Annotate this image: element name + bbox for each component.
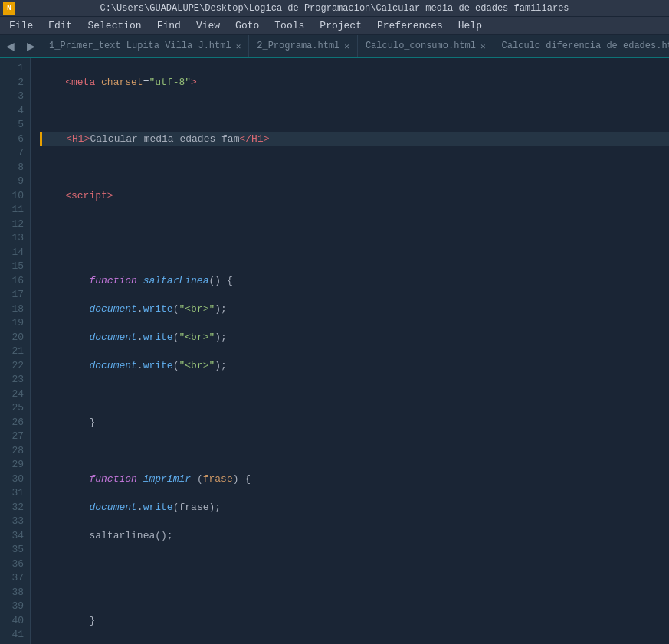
code-line-20: } — [40, 614, 669, 629]
menu-find[interactable]: Find — [149, 18, 189, 33]
code-line-1: <meta charset="utf-8"> — [40, 76, 669, 90]
code-line-14 — [40, 444, 669, 459]
code-line-15: function imprimir (frase) { — [40, 472, 669, 487]
editor: 1 2 3 4 5 6 7 8 9 10 11 12 13 14 15 16 1… — [0, 58, 669, 644]
tab-bar: ◀ ▶ 1_Primer_text Lupita Villa J.html ✕ … — [0, 35, 669, 58]
menu-selection[interactable]: Selection — [80, 18, 149, 33]
code-line-10: document.write("<br>"); — [40, 331, 669, 345]
code-line-16: document.write(frase); — [40, 501, 669, 515]
code-line-7 — [40, 246, 669, 260]
menu-edit[interactable]: Edit — [41, 18, 80, 33]
tab-0-close[interactable]: ✕ — [236, 41, 241, 51]
tab-1-close[interactable]: ✕ — [344, 41, 349, 51]
code-line-19 — [40, 586, 669, 600]
code-line-6 — [40, 217, 669, 232]
menu-goto[interactable]: Goto — [228, 18, 267, 33]
tab-0[interactable]: 1_Primer_text Lupita Villa J.html ✕ — [41, 35, 249, 57]
code-line-5: <script> — [40, 189, 669, 204]
menu-bar: File Edit Selection Find View Goto Tools… — [0, 17, 669, 35]
code-line-11: document.write("<br>"); — [40, 359, 669, 374]
code-line-12 — [40, 387, 669, 402]
tab-2-close[interactable]: ✕ — [480, 41, 486, 51]
nav-forward-button[interactable]: ▶ — [21, 35, 41, 57]
title-bar: N C:\Users\GUADALUPE\Desktop\Logica de P… — [0, 0, 669, 17]
code-line-18 — [40, 557, 669, 572]
title-text: C:\Users\GUADALUPE\Desktop\Logica de Pro… — [100, 3, 569, 14]
tab-2[interactable]: Calculo_consumo.html ✕ — [358, 35, 494, 57]
code-line-9: document.write("<br>"); — [40, 302, 669, 317]
code-line-3: <H1>Calcular media edades fam</H1> — [40, 132, 669, 147]
tab-2-label: Calculo_consumo.html — [366, 41, 476, 51]
code-line-17: saltarlinea(); — [40, 529, 669, 544]
nav-back-button[interactable]: ◀ — [0, 35, 21, 57]
tab-1-label: 2_Programa.html — [257, 41, 339, 51]
code-line-2 — [40, 104, 669, 119]
app-icon: N — [3, 2, 15, 15]
menu-project[interactable]: Project — [312, 18, 369, 33]
code-line-8: function saltarLinea() { — [40, 274, 669, 289]
tab-3-label: Calculo diferencia de edades.html — [502, 41, 669, 51]
tab-3[interactable]: Calculo diferencia de edades.html ✕ — [494, 35, 669, 57]
line-numbers: 1 2 3 4 5 6 7 8 9 10 11 12 13 14 15 16 1… — [0, 58, 31, 644]
menu-file[interactable]: File — [2, 18, 41, 33]
code-line-4 — [40, 161, 669, 175]
tab-1[interactable]: 2_Programa.html ✕ — [249, 35, 358, 57]
tab-0-label: 1_Primer_text Lupita Villa J.html — [49, 41, 231, 51]
code-line-13: } — [40, 416, 669, 430]
menu-preferences[interactable]: Preferences — [369, 18, 451, 33]
menu-help[interactable]: Help — [451, 18, 490, 33]
code-editor[interactable]: <meta charset="utf-8"> <H1>Calcular medi… — [31, 58, 669, 644]
menu-tools[interactable]: Tools — [267, 18, 312, 33]
menu-view[interactable]: View — [189, 18, 228, 33]
